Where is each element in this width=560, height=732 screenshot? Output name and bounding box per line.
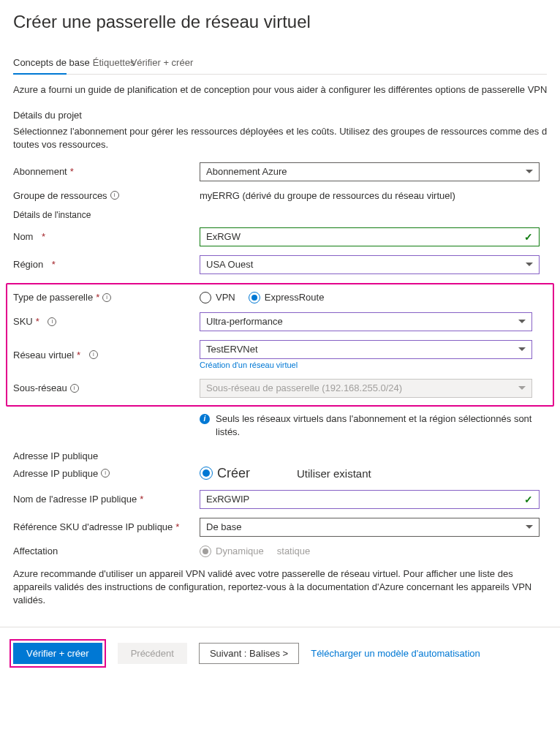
info-icon[interactable]: i bbox=[89, 350, 98, 359]
chevron-down-icon bbox=[518, 347, 526, 351]
radio-dynamic-label: Dynamique bbox=[216, 546, 264, 556]
project-details-desc-line1: Sélectionnez l'abonnement pour gérer les… bbox=[13, 126, 547, 137]
pip-sku-label: Référence SKU d'adresse IP publique* bbox=[13, 521, 200, 532]
region-select[interactable]: USA Ouest bbox=[200, 255, 540, 274]
radio-vpn[interactable]: VPN bbox=[200, 292, 235, 303]
radio-static-label: statique bbox=[277, 546, 311, 556]
project-details-desc: Sélectionnez l'abonnement pour gérer les… bbox=[13, 125, 547, 151]
info-icon[interactable]: i bbox=[70, 384, 79, 393]
tab-review[interactable]: Vérifier + créer bbox=[131, 53, 194, 74]
previous-button: Précédent bbox=[118, 643, 187, 664]
chevron-down-icon bbox=[526, 525, 533, 529]
footer: Vérifier + créer Précédent Suivant : Bal… bbox=[0, 627, 560, 679]
check-icon: ✓ bbox=[524, 494, 533, 505]
info-icon[interactable]: i bbox=[110, 191, 119, 200]
subnet-select: Sous-réseau de passerelle (192.168.255.0… bbox=[200, 379, 532, 398]
info-icon[interactable]: i bbox=[48, 317, 56, 326]
pip-title: Adresse IP publique bbox=[13, 450, 547, 461]
radio-dynamic: Dynamique bbox=[200, 546, 264, 557]
next-button[interactable]: Suivant : Balises > bbox=[199, 643, 299, 664]
pip-name-input[interactable]: ExRGWIP ✓ bbox=[200, 490, 540, 509]
chevron-down-icon bbox=[518, 320, 526, 323]
subscription-value: Abonnement Azure bbox=[206, 166, 287, 177]
chevron-down-icon bbox=[526, 263, 533, 266]
rg-value: myERRG (dérivé du groupe de ressources d… bbox=[200, 190, 455, 201]
highlight-box: Type de passerelle* i VPN ExpressRoute S… bbox=[6, 283, 554, 407]
instance-details-title: Détails de l'instance bbox=[13, 210, 547, 220]
info-icon[interactable]: i bbox=[101, 469, 110, 478]
review-create-button[interactable]: Vérifier + créer bbox=[13, 643, 102, 664]
tabs: Concepts de base Étiquettes Vérifier + c… bbox=[13, 53, 547, 75]
region-value: USA Ouest bbox=[206, 259, 253, 270]
sku-value: Ultra-performance bbox=[206, 316, 283, 327]
download-template-link[interactable]: Télécharger un modèle d'automatisation bbox=[311, 648, 480, 659]
check-icon: ✓ bbox=[524, 231, 533, 243]
vnet-value: TestERVNet bbox=[206, 344, 258, 355]
pip-name-label: Nom de l'adresse IP publique* bbox=[13, 494, 200, 505]
info-note: i Seuls les réseaux virtuels dans l'abon… bbox=[13, 412, 547, 439]
tab-basics[interactable]: Concepts de base bbox=[13, 53, 90, 74]
name-value: ExRGW bbox=[206, 231, 241, 242]
tab-tags[interactable]: Étiquettes bbox=[93, 53, 135, 74]
pip-sku-value: De base bbox=[206, 521, 241, 532]
chevron-down-icon bbox=[518, 386, 526, 390]
highlight-footer: Vérifier + créer bbox=[10, 639, 106, 668]
sku-label: SKU* i bbox=[13, 316, 200, 327]
subnet-label: Sous-réseau i bbox=[13, 382, 200, 393]
info-icon[interactable]: i bbox=[102, 293, 111, 302]
pip-label: Adresse IP publique i bbox=[13, 468, 200, 479]
region-label: Région * bbox=[13, 259, 200, 270]
radio-create-label: Créer bbox=[217, 466, 250, 481]
pip-sku-select[interactable]: De base bbox=[200, 518, 540, 537]
project-details-desc-line2: toutes vos ressources. bbox=[13, 139, 108, 150]
intro-text: Azure a fourni un guide de planification… bbox=[13, 83, 547, 97]
pip-name-value: ExRGWIP bbox=[206, 494, 249, 505]
name-input[interactable]: ExRGW ✓ bbox=[200, 227, 540, 246]
bottom-note: Azure recommande d'utiliser un appareil … bbox=[13, 567, 547, 608]
vnet-label: Réseau virtuel* i bbox=[13, 350, 200, 361]
name-label: Nom * bbox=[13, 231, 200, 242]
subscription-select[interactable]: Abonnement Azure bbox=[200, 162, 540, 181]
next-button-label: Suivant : Balises > bbox=[210, 648, 288, 659]
sku-select[interactable]: Ultra-performance bbox=[200, 312, 532, 331]
gateway-type-label: Type de passerelle* i bbox=[13, 292, 200, 303]
rg-label: Groupe de ressources i bbox=[13, 190, 200, 201]
subnet-value: Sous-réseau de passerelle (192.168.255.0… bbox=[206, 382, 402, 393]
radio-vpn-label: VPN bbox=[216, 292, 235, 303]
page-title: Créer une passerelle de réseau virtuel bbox=[13, 12, 547, 32]
radio-pip-create[interactable]: Créer bbox=[200, 466, 250, 481]
chevron-down-icon bbox=[526, 170, 533, 173]
info-icon: i bbox=[200, 414, 210, 424]
radio-expressroute[interactable]: ExpressRoute bbox=[249, 292, 325, 303]
assignment-label: Affectation bbox=[13, 546, 200, 556]
project-details-title: Détails du projet bbox=[13, 110, 547, 121]
pip-existing-label[interactable]: Utiliser existant bbox=[297, 467, 371, 480]
vnet-select[interactable]: TestERVNet bbox=[200, 340, 532, 359]
subscription-label: Abonnement* bbox=[13, 166, 200, 177]
info-note-text: Seuls les réseaux virtuels dans l'abonne… bbox=[216, 412, 547, 439]
radio-er-label: ExpressRoute bbox=[265, 292, 325, 303]
create-vnet-link[interactable]: Création d'un réseau virtuel bbox=[200, 361, 298, 369]
